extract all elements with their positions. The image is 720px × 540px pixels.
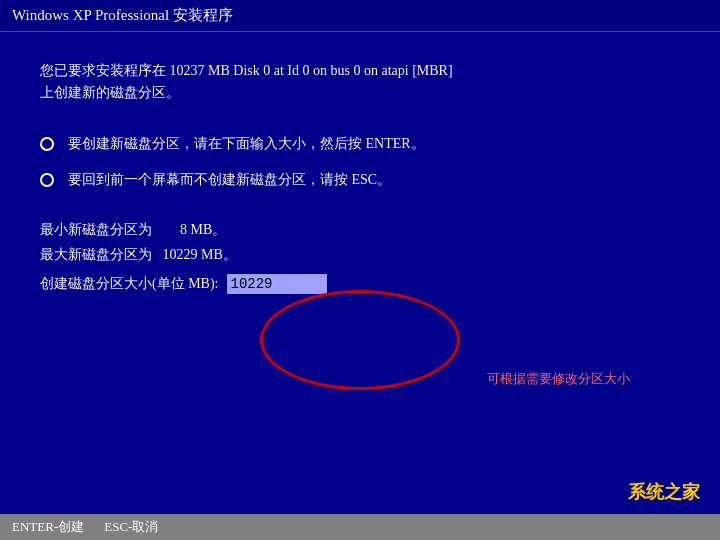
option2-text: 要回到前一个屏幕而不创建新磁盘分区，请按 ESC。 (68, 171, 391, 189)
max-size-row: 最大新磁盘分区为 10229 MB。 (40, 242, 680, 267)
main-content: 您已要求安装程序在 10237 MB Disk 0 at Id 0 on bus… (0, 32, 720, 324)
partition-size-input[interactable] (227, 274, 327, 294)
status-bar: ENTER-创建 ESC-取消 (0, 514, 720, 540)
radio-option1[interactable] (40, 137, 54, 151)
min-label: 最小新磁盘分区为 (40, 222, 152, 237)
title-bar: Windows XP Professional 安装程序 (0, 0, 720, 32)
min-size-row: 最小新磁盘分区为 8 MB。 (40, 217, 680, 242)
watermark: 系统之家 (628, 480, 700, 504)
description-line2: 上创建新的磁盘分区。 (40, 82, 680, 104)
min-value: 8 MB。 (180, 222, 226, 237)
info-section: 最小新磁盘分区为 8 MB。 最大新磁盘分区为 10229 MB。 创建磁盘分区… (40, 217, 680, 297)
input-label: 创建磁盘分区大小(单位 MB): (40, 271, 219, 296)
description-line1: 您已要求安装程序在 10237 MB Disk 0 at Id 0 on bus… (40, 60, 680, 82)
description: 您已要求安装程序在 10237 MB Disk 0 at Id 0 on bus… (40, 60, 680, 105)
annotation-text: 可根据需要修改分区大小 (487, 370, 630, 388)
title-text: Windows XP Professional 安装程序 (12, 7, 233, 23)
option1-text: 要创建新磁盘分区，请在下面输入大小，然后按 ENTER。 (68, 135, 425, 153)
option1-row: 要创建新磁盘分区，请在下面输入大小，然后按 ENTER。 (40, 135, 680, 153)
option2-row: 要回到前一个屏幕而不创建新磁盘分区，请按 ESC。 (40, 171, 680, 189)
status-enter: ENTER-创建 (12, 518, 84, 536)
partition-size-input-row: 创建磁盘分区大小(单位 MB): (40, 271, 680, 296)
max-value: 10229 MB。 (163, 247, 237, 262)
max-label: 最大新磁盘分区为 (40, 247, 152, 262)
radio-option2[interactable] (40, 173, 54, 187)
status-esc: ESC-取消 (104, 518, 158, 536)
